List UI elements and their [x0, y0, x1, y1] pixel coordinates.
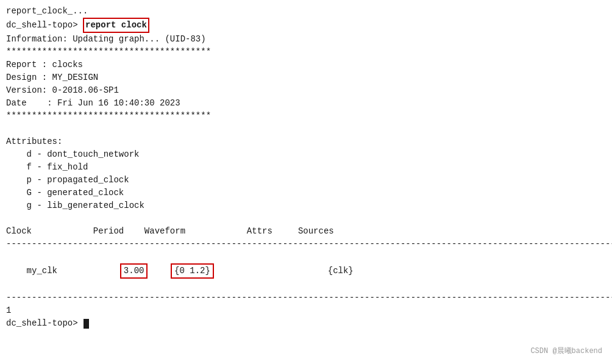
partial-line: report_clock_... [6, 5, 606, 18]
table-header: Clock Period Waveform Attrs Sources [6, 225, 606, 238]
spacing-3 [215, 266, 277, 276]
prompt-line-2: dc_shell-topo> [6, 317, 606, 330]
partial-text: report_clock_... [6, 6, 88, 16]
clock-name: my_clk [27, 266, 57, 276]
date-label: Date : Fri Jun 16 10:40:30 2023 [6, 97, 606, 110]
version-label: Version: 0-2018.06-SP1 [6, 84, 606, 97]
table-sep-2: ----------------------------------------… [6, 291, 606, 304]
waveform-cell: {0 1.2} [171, 263, 214, 279]
prompt-2: dc_shell-topo> [6, 317, 83, 330]
watermark: CSDN @晨曦backend [530, 346, 602, 357]
report-label: Report : clocks [6, 59, 606, 71]
design-label: Design : MY_DESIGN [6, 71, 606, 84]
blank-2 [6, 212, 606, 225]
attrs-header: Attributes: [6, 135, 606, 148]
separator-2: **************************************** [6, 110, 606, 123]
separator-1: **************************************** [6, 46, 606, 59]
attr-f: f - fix_hold [6, 161, 606, 174]
attr-d: d - dont_touch_network [6, 148, 606, 161]
spacing-1 [57, 266, 119, 276]
table-data-row: my_clk 3.00 {0 1.2} {clk} [6, 251, 606, 291]
info-line: Information: Updating graph... (UID-83) [6, 33, 606, 46]
attr-G: G - generated_clock [6, 187, 606, 199]
prompt-line-1: dc_shell-topo> report clock [6, 18, 606, 33]
table-sep-1: ----------------------------------------… [6, 238, 606, 251]
spacing-2 [149, 266, 169, 276]
prompt-1: dc_shell-topo> [6, 19, 83, 32]
cursor [84, 319, 89, 329]
spacing-4 [277, 266, 328, 276]
attr-g: g - lib_generated_clock [6, 199, 606, 212]
attr-p: p - propagated_clock [6, 174, 606, 187]
blank-1 [6, 123, 606, 135]
terminal-window: report_clock_... dc_shell-topo> report c… [0, 0, 612, 364]
sources-cell: {clk} [328, 266, 354, 276]
period-cell: 3.00 [120, 263, 148, 279]
command-text: report clock [83, 18, 149, 33]
result-line: 1 [6, 304, 606, 317]
